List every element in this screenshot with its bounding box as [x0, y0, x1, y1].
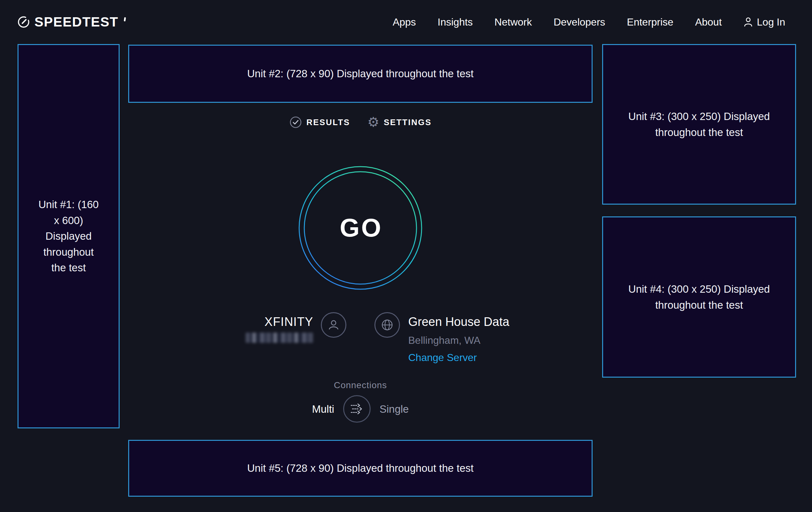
results-settings-tabs: RESULTS ⚙ SETTINGS [289, 115, 432, 129]
isp-block: XFINITY [128, 312, 360, 362]
go-button[interactable]: GO [297, 165, 424, 291]
server-name: Green House Data [408, 316, 509, 328]
ad-unit-1-label: Unit #1: (160 x 600) Displayed throughou… [38, 197, 99, 276]
ad-unit-5-leaderboard: Unit #5: (728 x 90) Displayed throughout… [128, 440, 592, 497]
connections-toggle[interactable] [343, 395, 371, 423]
globe-icon [381, 319, 394, 331]
nav-item-network[interactable]: Network [494, 16, 532, 28]
change-server-link[interactable]: Change Server [408, 352, 477, 362]
gauge-icon [18, 16, 30, 28]
ad-unit-3-rectangle: Unit #3: (300 x 250) Displayed throughou… [602, 44, 796, 205]
check-circle-icon [289, 116, 302, 129]
nav-item-apps[interactable]: Apps [393, 16, 416, 28]
ad-unit-2-leaderboard: Unit #2: (728 x 90) Displayed throughout… [128, 45, 592, 103]
ad-unit-4-label: Unit #4: (300 x 250) Displayed throughou… [621, 281, 777, 313]
connections-label: Connections [334, 380, 387, 391]
user-icon [744, 17, 753, 27]
connection-info-row: XFINITY [128, 312, 592, 362]
server-block: Green House Data Bellingham, WA Change S… [360, 312, 592, 362]
tab-results-label: RESULTS [307, 117, 350, 127]
test-panel: RESULTS ⚙ SETTINGS GO [128, 103, 592, 423]
ad-unit-5-label: Unit #5: (728 x 90) Displayed throughout… [247, 460, 474, 476]
speedtest-logo[interactable]: SPEEDTEST [18, 15, 126, 29]
ad-unit-1-skyscraper: Unit #1: (160 x 600) Displayed throughou… [18, 44, 120, 428]
gear-icon: ⚙ [368, 115, 379, 129]
server-location: Bellingham, WA [408, 335, 480, 345]
isp-badge[interactable] [321, 312, 346, 338]
single-option[interactable]: Single [379, 404, 409, 414]
redacted-ip-address [245, 332, 313, 343]
server-details: Green House Data Bellingham, WA Change S… [408, 312, 509, 362]
person-icon [327, 319, 340, 331]
nav-item-developers[interactable]: Developers [554, 16, 605, 28]
ad-unit-4-rectangle: Unit #4: (300 x 250) Displayed throughou… [602, 216, 796, 378]
login-button[interactable]: Log In [744, 16, 785, 28]
isp-details: XFINITY [245, 312, 313, 343]
logo-wordmark: SPEEDTEST [34, 15, 118, 29]
nav-item-insights[interactable]: Insights [438, 16, 473, 28]
multi-arrows-icon [350, 403, 364, 415]
isp-name: XFINITY [264, 316, 313, 328]
tab-settings[interactable]: ⚙ SETTINGS [368, 115, 432, 129]
login-label: Log In [757, 16, 785, 28]
tab-settings-label: SETTINGS [384, 117, 432, 127]
speedtest-page: SPEEDTEST Apps Insights Network Develope… [0, 0, 812, 512]
ad-unit-2-label: Unit #2: (728 x 90) Displayed throughout… [247, 66, 474, 82]
nav-menu: Apps Insights Network Developers Enterpr… [393, 16, 785, 28]
connections-toggle-row: Multi Single [312, 395, 409, 423]
server-badge[interactable] [374, 312, 400, 338]
nav-item-enterprise[interactable]: Enterprise [627, 16, 674, 28]
nav-item-about[interactable]: About [695, 16, 722, 28]
tab-results[interactable]: RESULTS [289, 116, 350, 129]
go-button-label: GO [297, 165, 424, 291]
ad-unit-3-label: Unit #3: (300 x 250) Displayed throughou… [621, 109, 777, 140]
trademark-mark [124, 17, 126, 22]
top-nav-bar: SPEEDTEST Apps Insights Network Develope… [0, 0, 812, 44]
multi-option[interactable]: Multi [312, 404, 334, 414]
